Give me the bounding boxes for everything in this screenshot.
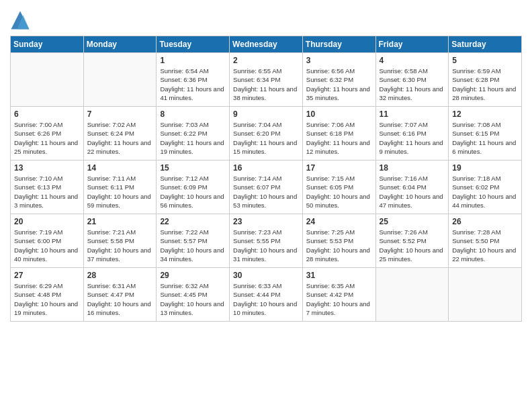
calendar-day-cell: 4Sunrise: 6:58 AM Sunset: 6:30 PM Daylig… bbox=[375, 53, 449, 107]
day-info: Sunrise: 7:12 AM Sunset: 6:09 PM Dayligh… bbox=[160, 174, 226, 210]
calendar-day-cell: 3Sunrise: 6:56 AM Sunset: 6:32 PM Daylig… bbox=[302, 53, 375, 107]
calendar-day-cell: 26Sunrise: 7:28 AM Sunset: 5:50 PM Dayli… bbox=[449, 214, 522, 268]
calendar-day-cell: 24Sunrise: 7:25 AM Sunset: 5:53 PM Dayli… bbox=[302, 214, 375, 268]
calendar-day-cell: 22Sunrise: 7:22 AM Sunset: 5:57 PM Dayli… bbox=[157, 214, 230, 268]
calendar-day-cell bbox=[375, 268, 449, 322]
day-info: Sunrise: 7:26 AM Sunset: 5:52 PM Dayligh… bbox=[380, 228, 445, 263]
day-info: Sunrise: 6:29 AM Sunset: 4:48 PM Dayligh… bbox=[14, 281, 80, 317]
calendar-day-cell: 18Sunrise: 7:16 AM Sunset: 6:04 PM Dayli… bbox=[375, 161, 449, 214]
calendar-week-row: 27Sunrise: 6:29 AM Sunset: 4:48 PM Dayli… bbox=[11, 268, 522, 322]
day-info: Sunrise: 6:55 AM Sunset: 6:34 PM Dayligh… bbox=[233, 66, 299, 102]
day-info: Sunrise: 7:23 AM Sunset: 5:55 PM Dayligh… bbox=[233, 228, 299, 263]
logo bbox=[10, 10, 33, 30]
day-of-week-header: Monday bbox=[83, 36, 157, 53]
day-number: 24 bbox=[306, 217, 372, 226]
calendar-day-cell: 15Sunrise: 7:12 AM Sunset: 6:09 PM Dayli… bbox=[157, 161, 230, 214]
day-info: Sunrise: 7:19 AM Sunset: 6:00 PM Dayligh… bbox=[14, 228, 80, 263]
day-number: 13 bbox=[14, 163, 80, 173]
day-info: Sunrise: 6:54 AM Sunset: 6:36 PM Dayligh… bbox=[160, 66, 226, 102]
day-info: Sunrise: 7:15 AM Sunset: 6:05 PM Dayligh… bbox=[306, 174, 372, 210]
day-info: Sunrise: 7:25 AM Sunset: 5:53 PM Dayligh… bbox=[306, 228, 372, 263]
calendar-day-cell: 17Sunrise: 7:15 AM Sunset: 6:05 PM Dayli… bbox=[302, 161, 375, 214]
calendar-week-row: 1Sunrise: 6:54 AM Sunset: 6:36 PM Daylig… bbox=[11, 53, 522, 107]
day-number: 5 bbox=[452, 56, 518, 65]
day-info: Sunrise: 6:59 AM Sunset: 6:28 PM Dayligh… bbox=[452, 66, 518, 102]
day-number: 31 bbox=[306, 271, 372, 280]
calendar-day-cell: 2Sunrise: 6:55 AM Sunset: 6:34 PM Daylig… bbox=[230, 53, 303, 107]
day-info: Sunrise: 6:33 AM Sunset: 4:44 PM Dayligh… bbox=[233, 281, 299, 317]
calendar-table: SundayMondayTuesdayWednesdayThursdayFrid… bbox=[10, 36, 522, 322]
day-number: 3 bbox=[306, 56, 372, 65]
day-info: Sunrise: 7:21 AM Sunset: 5:58 PM Dayligh… bbox=[87, 228, 153, 263]
day-info: Sunrise: 7:28 AM Sunset: 5:50 PM Dayligh… bbox=[452, 228, 518, 263]
calendar-day-cell: 27Sunrise: 6:29 AM Sunset: 4:48 PM Dayli… bbox=[11, 268, 84, 322]
calendar-week-row: 13Sunrise: 7:10 AM Sunset: 6:13 PM Dayli… bbox=[11, 161, 522, 214]
day-info: Sunrise: 6:56 AM Sunset: 6:32 PM Dayligh… bbox=[306, 66, 372, 102]
day-number: 17 bbox=[306, 163, 372, 173]
day-of-week-header: Friday bbox=[375, 36, 449, 53]
day-number: 19 bbox=[452, 163, 518, 173]
calendar-day-cell: 14Sunrise: 7:11 AM Sunset: 6:11 PM Dayli… bbox=[83, 161, 157, 214]
day-info: Sunrise: 7:03 AM Sunset: 6:22 PM Dayligh… bbox=[160, 120, 226, 156]
day-number: 11 bbox=[380, 109, 445, 119]
day-number: 20 bbox=[14, 217, 80, 226]
calendar-week-row: 20Sunrise: 7:19 AM Sunset: 6:00 PM Dayli… bbox=[11, 214, 522, 268]
calendar-day-cell: 9Sunrise: 7:04 AM Sunset: 6:20 PM Daylig… bbox=[230, 107, 303, 161]
day-number: 25 bbox=[380, 217, 445, 226]
day-info: Sunrise: 7:18 AM Sunset: 6:02 PM Dayligh… bbox=[452, 174, 518, 210]
logo-icon bbox=[10, 10, 30, 30]
day-number: 10 bbox=[306, 109, 372, 119]
calendar-week-row: 6Sunrise: 7:00 AM Sunset: 6:26 PM Daylig… bbox=[11, 107, 522, 161]
calendar-day-cell: 20Sunrise: 7:19 AM Sunset: 6:00 PM Dayli… bbox=[11, 214, 84, 268]
day-info: Sunrise: 7:11 AM Sunset: 6:11 PM Dayligh… bbox=[87, 174, 153, 210]
calendar-day-cell: 31Sunrise: 6:35 AM Sunset: 4:42 PM Dayli… bbox=[302, 268, 375, 322]
calendar-day-cell: 5Sunrise: 6:59 AM Sunset: 6:28 PM Daylig… bbox=[449, 53, 522, 107]
day-info: Sunrise: 7:10 AM Sunset: 6:13 PM Dayligh… bbox=[14, 174, 80, 210]
day-info: Sunrise: 6:31 AM Sunset: 4:47 PM Dayligh… bbox=[87, 281, 153, 317]
day-number: 12 bbox=[452, 109, 518, 119]
calendar-header-row: SundayMondayTuesdayWednesdayThursdayFrid… bbox=[11, 36, 522, 53]
calendar-day-cell bbox=[11, 53, 84, 107]
day-info: Sunrise: 6:35 AM Sunset: 4:42 PM Dayligh… bbox=[306, 281, 372, 317]
calendar-day-cell: 10Sunrise: 7:06 AM Sunset: 6:18 PM Dayli… bbox=[302, 107, 375, 161]
day-info: Sunrise: 6:32 AM Sunset: 4:45 PM Dayligh… bbox=[160, 281, 226, 317]
day-info: Sunrise: 7:02 AM Sunset: 6:24 PM Dayligh… bbox=[87, 120, 153, 156]
day-of-week-header: Tuesday bbox=[157, 36, 230, 53]
calendar-day-cell: 8Sunrise: 7:03 AM Sunset: 6:22 PM Daylig… bbox=[157, 107, 230, 161]
day-number: 23 bbox=[233, 217, 299, 226]
day-of-week-header: Sunday bbox=[11, 36, 84, 53]
day-number: 27 bbox=[14, 271, 80, 280]
calendar-day-cell: 21Sunrise: 7:21 AM Sunset: 5:58 PM Dayli… bbox=[83, 214, 157, 268]
day-number: 8 bbox=[160, 109, 226, 119]
calendar-day-cell: 19Sunrise: 7:18 AM Sunset: 6:02 PM Dayli… bbox=[449, 161, 522, 214]
calendar-day-cell: 23Sunrise: 7:23 AM Sunset: 5:55 PM Dayli… bbox=[230, 214, 303, 268]
day-number: 6 bbox=[14, 109, 80, 119]
calendar-day-cell: 30Sunrise: 6:33 AM Sunset: 4:44 PM Dayli… bbox=[230, 268, 303, 322]
day-info: Sunrise: 7:22 AM Sunset: 5:57 PM Dayligh… bbox=[160, 228, 226, 263]
day-number: 7 bbox=[87, 109, 153, 119]
day-number: 1 bbox=[160, 56, 226, 65]
day-of-week-header: Thursday bbox=[302, 36, 375, 53]
day-number: 29 bbox=[160, 271, 226, 280]
day-number: 30 bbox=[233, 271, 299, 280]
day-info: Sunrise: 7:07 AM Sunset: 6:16 PM Dayligh… bbox=[380, 120, 445, 156]
day-number: 2 bbox=[233, 56, 299, 65]
page-header bbox=[10, 7, 522, 30]
day-info: Sunrise: 7:06 AM Sunset: 6:18 PM Dayligh… bbox=[306, 120, 372, 156]
calendar-day-cell: 12Sunrise: 7:08 AM Sunset: 6:15 PM Dayli… bbox=[449, 107, 522, 161]
day-info: Sunrise: 7:16 AM Sunset: 6:04 PM Dayligh… bbox=[380, 174, 445, 210]
day-number: 18 bbox=[380, 163, 445, 173]
calendar-day-cell: 11Sunrise: 7:07 AM Sunset: 6:16 PM Dayli… bbox=[375, 107, 449, 161]
day-number: 28 bbox=[87, 271, 153, 280]
day-number: 4 bbox=[380, 56, 445, 65]
day-of-week-header: Saturday bbox=[449, 36, 522, 53]
day-number: 9 bbox=[233, 109, 299, 119]
day-info: Sunrise: 7:00 AM Sunset: 6:26 PM Dayligh… bbox=[14, 120, 80, 156]
calendar-day-cell: 29Sunrise: 6:32 AM Sunset: 4:45 PM Dayli… bbox=[157, 268, 230, 322]
day-info: Sunrise: 7:14 AM Sunset: 6:07 PM Dayligh… bbox=[233, 174, 299, 210]
calendar-day-cell: 13Sunrise: 7:10 AM Sunset: 6:13 PM Dayli… bbox=[11, 161, 84, 214]
calendar-day-cell: 28Sunrise: 6:31 AM Sunset: 4:47 PM Dayli… bbox=[83, 268, 157, 322]
day-number: 16 bbox=[233, 163, 299, 173]
day-number: 15 bbox=[160, 163, 226, 173]
day-number: 26 bbox=[452, 217, 518, 226]
